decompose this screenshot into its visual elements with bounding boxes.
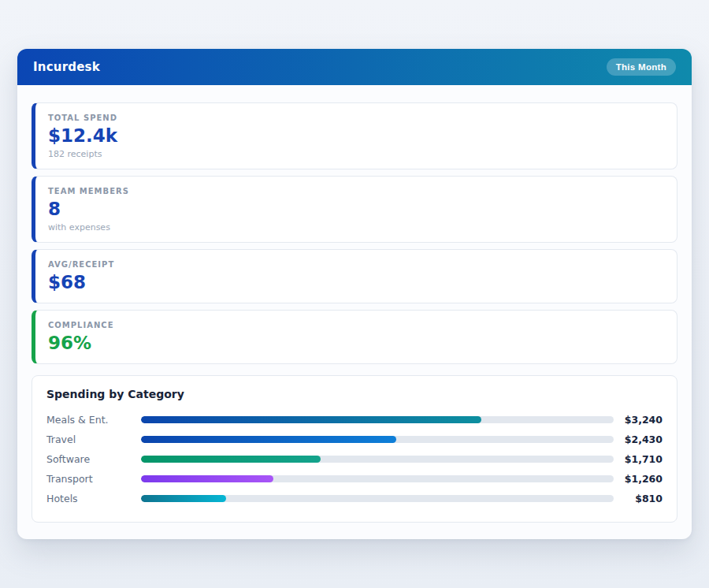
- bar-track: [141, 475, 614, 482]
- stat-label: TEAM MEMBERS: [48, 187, 664, 195]
- bar-track: [141, 416, 614, 423]
- stat-value: $68: [48, 271, 664, 293]
- stat-card-team-members: TEAM MEMBERS 8 with expenses: [32, 176, 677, 243]
- spending-card-title: Spending by Category: [46, 388, 663, 400]
- stat-subtitle: 182 receipts: [48, 149, 664, 159]
- category-label: Transport: [46, 473, 141, 485]
- app-header: Incurdesk This Month: [17, 49, 692, 85]
- category-value: $810: [614, 493, 663, 504]
- app-body: TOTAL SPEND $12.4k 182 receipts TEAM MEM…: [17, 85, 692, 540]
- bar-fill: [141, 436, 396, 443]
- category-value: $1,710: [614, 453, 663, 465]
- bar-fill: [141, 495, 226, 502]
- stat-value: 8: [48, 198, 664, 220]
- stat-card-avg-receipt: AVG/RECEIPT $68: [32, 249, 677, 303]
- stat-subtitle: with expenses: [48, 222, 664, 233]
- category-label: Travel: [46, 434, 141, 445]
- category-value: $2,430: [614, 434, 663, 445]
- stat-label: COMPLIANCE: [48, 321, 664, 329]
- category-value: $3,240: [614, 414, 663, 426]
- stat-card-total-spend: TOTAL SPEND $12.4k 182 receipts: [32, 102, 677, 169]
- period-badge[interactable]: This Month: [607, 58, 676, 76]
- stat-value: 96%: [48, 332, 664, 354]
- bar-track: [141, 436, 614, 443]
- bar-fill: [141, 456, 321, 463]
- bar-track: [141, 495, 614, 502]
- app-title: Incurdesk: [33, 60, 100, 74]
- stat-label: TOTAL SPEND: [48, 114, 664, 122]
- category-label: Hotels: [46, 493, 141, 504]
- category-label: Software: [46, 453, 141, 465]
- category-value: $1,260: [614, 473, 663, 485]
- spend-row-travel: Travel $2,430: [46, 430, 663, 449]
- spend-row-transport: Transport $1,260: [46, 469, 663, 489]
- category-label: Meals & Ent.: [46, 414, 141, 426]
- spend-row-hotels: Hotels $810: [46, 489, 663, 508]
- spend-row-software: Software $1,710: [46, 449, 663, 469]
- spend-row-meals: Meals & Ent. $3,240: [46, 410, 663, 430]
- bar-fill: [141, 416, 481, 423]
- stat-value: $12.4k: [48, 125, 664, 147]
- stat-label: AVG/RECEIPT: [48, 260, 664, 269]
- stat-card-compliance: COMPLIANCE 96%: [32, 310, 677, 364]
- bar-fill: [141, 475, 273, 482]
- bar-track: [141, 456, 614, 463]
- spending-by-category-card: Spending by Category Meals & Ent. $3,240…: [32, 375, 677, 523]
- app-panel: Incurdesk This Month TOTAL SPEND $12.4k …: [17, 49, 692, 539]
